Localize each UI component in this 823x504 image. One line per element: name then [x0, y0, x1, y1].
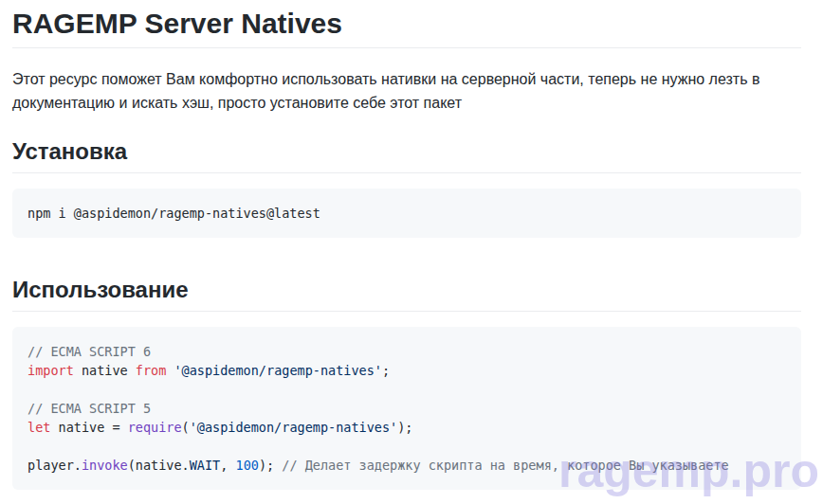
install-code: npm i @aspidemon/ragemp-natives@latest [27, 206, 320, 221]
usage-code-block: // ECMA SCRIPT 6import native from '@asp… [12, 327, 801, 490]
install-code-block: npm i @aspidemon/ragemp-natives@latest [12, 189, 801, 238]
document-page: RAGEMP Server Natives Этот ресурс поможе… [0, 8, 823, 490]
section-heading-usage: Использование [12, 276, 801, 312]
page-title: RAGEMP Server Natives [12, 8, 801, 48]
description-paragraph: Этот ресурс поможет Вам комфортно исполь… [12, 67, 780, 115]
section-heading-install: Установка [12, 137, 801, 173]
usage-code: // ECMA SCRIPT 6import native from '@asp… [27, 342, 786, 475]
